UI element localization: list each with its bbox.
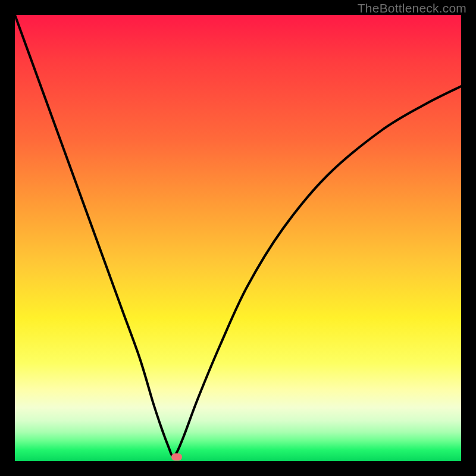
chart-stage: TheBottleneck.com bbox=[0, 0, 476, 476]
chart-plot-area bbox=[15, 15, 461, 461]
chart-curve-svg bbox=[15, 15, 461, 461]
watermark-text: TheBottleneck.com bbox=[358, 1, 466, 15]
bottleneck-curve bbox=[15, 15, 461, 456]
minimum-marker bbox=[171, 453, 182, 461]
